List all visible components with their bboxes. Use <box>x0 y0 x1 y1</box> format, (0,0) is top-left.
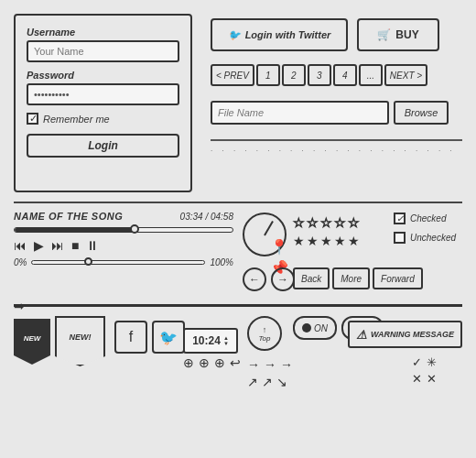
ribbon-new-filled[interactable]: NEW <box>14 319 50 365</box>
login-form: Username Password Remember me Login <box>14 14 192 192</box>
remember-checkbox[interactable] <box>27 113 38 125</box>
star-5-empty[interactable]: ☆ <box>348 215 360 230</box>
up-arrow-icon: ↑ <box>263 325 267 334</box>
volume-thumb[interactable] <box>84 257 92 266</box>
time-widget[interactable]: 10:24 ▲ ▼ <box>183 328 238 354</box>
scroll-symbols: ⊕ ⊕ ⊕ ↩ <box>183 355 241 370</box>
twitter-icon: 🐦 <box>228 29 241 41</box>
bottom-separator <box>14 304 462 307</box>
facebook-button[interactable]: f <box>114 321 147 354</box>
stop-icon[interactable]: ■ <box>71 238 79 253</box>
circle-dot-1[interactable]: ⊕ <box>183 355 194 370</box>
full-separator <box>14 202 462 203</box>
ribbon-new-outline: NEW! <box>55 316 105 366</box>
arrow-right-decoration: ➡ <box>14 299 25 313</box>
pause-icon[interactable]: ⏸ <box>86 238 99 253</box>
arrow-diagonal-3: ↘ <box>276 375 287 389</box>
more-button[interactable]: More <box>332 267 370 289</box>
checked-item: ✓ Checked <box>394 213 456 224</box>
arrow-diagonal-2: ↗ <box>262 375 273 389</box>
time-stepper[interactable]: ▲ ▼ <box>223 335 229 346</box>
page-3-button[interactable]: 3 <box>308 64 331 86</box>
checked-box[interactable]: ✓ <box>394 213 406 224</box>
password-input[interactable] <box>27 83 179 105</box>
time-down-icon[interactable]: ▼ <box>223 341 229 346</box>
unchecked-box[interactable] <box>394 232 406 244</box>
progress-bar[interactable] <box>14 227 233 233</box>
warning-message: ⚠ WARNING MESSAGE <box>348 321 462 348</box>
back-button[interactable]: Back <box>293 267 330 289</box>
pin-filled[interactable]: 📍 <box>270 238 288 256</box>
volume-min: 0% <box>14 257 27 267</box>
remember-label: Remember me <box>43 114 110 125</box>
arrow-right-3: → <box>280 357 293 372</box>
username-input[interactable] <box>27 40 179 62</box>
twitter-bird-icon: 🐦 <box>159 329 178 346</box>
prev-button[interactable]: < PREV <box>211 64 254 86</box>
ribbon-new-outline-inner[interactable]: NEW! <box>55 316 105 366</box>
right-arrow-button[interactable]: → <box>271 267 295 291</box>
x-mark-1: ✕ <box>412 372 422 386</box>
warning-icon: ⚠ <box>356 328 367 342</box>
login-button[interactable]: Login <box>27 134 179 158</box>
ribbon-new-outline-label: NEW! <box>70 333 92 342</box>
play-icon[interactable]: ▶ <box>34 238 44 253</box>
empty-stars-row: ☆ ☆ ☆ ☆ ☆ <box>293 215 360 230</box>
unchecked-item: Unchecked <box>394 232 456 244</box>
star-1-filled[interactable]: ★ <box>293 234 305 248</box>
star-3-empty[interactable]: ☆ <box>320 215 332 230</box>
page-4-button[interactable]: 4 <box>333 64 357 86</box>
star-1-empty[interactable]: ☆ <box>293 215 305 230</box>
password-label: Password <box>27 70 179 81</box>
facebook-icon: f <box>129 329 133 345</box>
star-2-empty[interactable]: ☆ <box>307 215 319 230</box>
media-player: NAME OF THE SONG 03:34 / 04:58 ⏮ ▶ ⏭ ■ ⏸… <box>14 211 233 267</box>
twitter-button[interactable]: 🐦 <box>152 321 185 354</box>
left-arrow-button[interactable]: ← <box>243 267 266 291</box>
star-3-filled[interactable]: ★ <box>320 234 332 248</box>
star-4-empty[interactable]: ☆ <box>334 215 346 230</box>
progress-fill <box>15 228 135 232</box>
remember-row: Remember me <box>27 113 179 125</box>
forward-button[interactable]: Forward <box>373 267 423 289</box>
on-label: ON <box>314 323 328 333</box>
cart-icon: 🛒 <box>377 28 391 41</box>
buy-button[interactable]: 🛒 BUY <box>357 18 439 51</box>
star-4-filled[interactable]: ★ <box>334 234 346 248</box>
filled-stars-row: ★ ★ ★ ★ ★ <box>293 234 360 248</box>
circle-dot-2[interactable]: ⊕ <box>199 355 210 370</box>
asterisk-mark: ✳ <box>427 355 437 369</box>
progress-thumb[interactable] <box>130 224 139 234</box>
arrow-row-1: → → → <box>247 357 293 372</box>
x-mark-2: ✕ <box>427 372 437 386</box>
circle-dot-3[interactable]: ⊕ <box>214 355 225 370</box>
nav-circle-buttons: ← → <box>243 267 295 291</box>
dial-indicator <box>264 221 274 236</box>
star-2-filled[interactable]: ★ <box>307 234 319 248</box>
arrow-curved: ↩ <box>230 355 241 370</box>
twitter-login-button[interactable]: 🐦 Login with Twitter <box>211 18 348 51</box>
arrow-row-2: ↗ ↗ ↘ <box>247 375 293 389</box>
next-button[interactable]: NEXT > <box>384 64 427 86</box>
fast-forward-icon[interactable]: ⏭ <box>51 238 64 253</box>
browse-button[interactable]: Browse <box>394 101 449 125</box>
to-top-button[interactable]: ↑ Top <box>247 316 282 351</box>
username-label: Username <box>27 27 179 38</box>
star-5-filled[interactable]: ★ <box>348 234 360 248</box>
file-name-input[interactable] <box>211 101 389 125</box>
buy-label: BUY <box>395 28 418 41</box>
prev-track-icon[interactable]: ⏮ <box>14 238 27 253</box>
stars-section: ☆ ☆ ☆ ☆ ☆ ★ ★ ★ ★ ★ <box>293 215 360 248</box>
x-marks-row: ✕ ✕ <box>412 372 437 386</box>
on-toggle[interactable]: ON <box>293 316 337 340</box>
volume-bar[interactable] <box>31 260 205 265</box>
arrows-section: → → → ↗ ↗ ↘ <box>247 357 293 389</box>
page-1-button[interactable]: 1 <box>256 64 280 86</box>
to-top-label: Top <box>258 334 270 343</box>
media-controls: ⏮ ▶ ⏭ ■ ⏸ <box>14 238 233 253</box>
social-buttons: f 🐦 <box>114 321 185 354</box>
page-2-button[interactable]: 2 <box>282 64 306 86</box>
ribbon-new-label: NEW <box>24 334 41 343</box>
pagination: < PREV 1 2 3 4 ... NEXT > <box>211 64 427 86</box>
check-mark-1: ✓ <box>412 355 422 369</box>
